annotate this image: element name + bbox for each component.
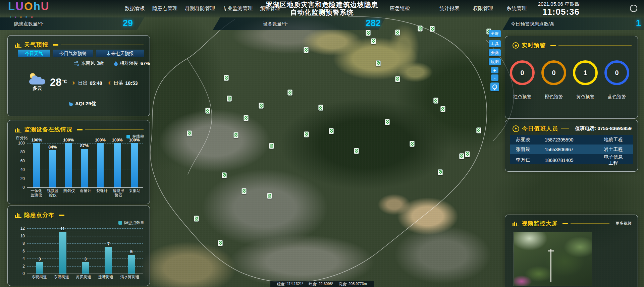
humidity-label: 相对湿度 [120,60,139,66]
chart-bar-column: 100% [95,138,106,187]
map-device-marker[interactable] [304,131,309,137]
sunrise-time: 05:48 [90,80,102,86]
map-device-marker[interactable] [354,148,359,154]
map-device-marker[interactable] [222,172,227,178]
map-device-marker[interactable] [395,76,400,82]
map-device-marker[interactable] [287,90,292,96]
bar-value-label: 7 [107,242,110,246]
zoom-in-button[interactable]: + [491,67,498,73]
map-device-marker[interactable] [187,130,192,136]
bar-value-label: 5 [130,249,132,254]
map-device-marker[interactable] [459,153,464,159]
device-count-label: 设备数量/个 [263,21,288,27]
locate-button[interactable] [490,82,499,91]
map-tool-button-2[interactable]: 工具 [489,40,501,47]
hazard-count-value: 29 [123,18,133,28]
header-accent-line [558,45,632,46]
map-device-marker[interactable] [194,216,199,222]
dashboard-root: LUOhU luohu 数据看板隐患点管理群测群防管理专业监测管理预警管理 罗湖… [0,0,644,287]
x-axis-label: 一体化监测仪 [31,189,42,197]
map-device-marker[interactable] [233,132,238,138]
map-device-marker[interactable] [218,240,223,246]
hazard-chart-legend: 隐患点数量 [118,220,144,226]
chart-bars: 311375 [28,225,143,274]
map-device-marker[interactable] [465,151,470,157]
map-device-marker[interactable] [318,105,323,111]
nav-item[interactable]: 数据看板 [125,5,145,12]
marker-device-glyph [460,154,463,158]
latitude-readout: 纬度:22.6098° [309,282,333,287]
map-device-marker[interactable] [269,143,274,149]
sunset-info: ☀ 日落 18:53 [107,80,138,86]
marker-device-glyph [225,76,228,80]
nav-item[interactable]: 权限管理 [473,5,493,12]
device-count-value: 282 [366,18,381,28]
map-device-marker[interactable] [267,193,272,199]
map-device-marker[interactable] [376,60,381,66]
nav-item[interactable]: 系统管理 [506,5,527,12]
map-device-marker[interactable] [224,75,229,81]
map-tool-button-4[interactable]: 底图 [489,58,501,65]
current-time: 11:05:36 [538,7,580,16]
map-device-marker[interactable] [371,38,376,44]
map-device-marker[interactable] [241,188,247,194]
chart-bar [65,143,72,187]
chart-bar [36,262,43,274]
weather-tab[interactable]: 今日气象预警 [53,50,93,57]
map-device-marker[interactable] [244,115,249,121]
duty-personnel-panel: 今日值班人员 值班电话: 0755-83695859 苏亚凌1587239559… [505,120,638,172]
datetime-display: 2021.05.06 星期四 11:05:36 [538,1,580,16]
map-device-marker[interactable] [205,108,210,114]
chart-bar-column: 100% [112,138,123,187]
map-device-marker[interactable] [476,127,481,133]
header-accent-dash [77,129,83,130]
bar-value-label: 87% [80,144,89,148]
hazard-distribution-panel: 隐患点分布 隐患点数量 024681012311375东晓街道东湖街道黄贝街道莲… [7,206,150,286]
nav-item[interactable]: 应急巡检 [390,5,410,12]
zoom-out-button[interactable]: - [491,74,498,81]
bar-value-label: 100% [112,138,123,142]
map-device-marker[interactable] [304,47,309,53]
nav-item[interactable]: 统计报表 [439,5,460,12]
logo-letter: O [24,0,34,12]
warning-ring: 0 [541,60,566,85]
marker-device-glyph [260,104,263,108]
map-device-marker[interactable] [329,128,334,134]
chart-bar-column: 84% [48,145,57,187]
duty-phone-cell: 15653806967 [545,147,602,152]
weather-tab[interactable]: 未来七天预报 [96,50,144,57]
nav-item[interactable]: 隐患点管理 [152,5,177,12]
chart-bar [81,149,88,187]
duty-phone-label: 值班电话: [575,126,596,131]
header-accent-line [571,223,609,224]
warning-ring: 0 [510,60,535,85]
panel-chart-icon [513,221,519,226]
user-circle-icon[interactable] [630,5,637,12]
map-tool-button-1[interactable]: 全屏 [489,30,501,37]
altitude-readout: 高度:205.9773m [339,282,367,287]
more-videos-link[interactable]: 更多视频 [615,221,632,226]
bar-value-label: 11 [60,227,65,231]
map-device-marker[interactable] [430,26,435,32]
map-tool-button-3[interactable]: 会商 [489,49,501,56]
nav-item[interactable]: 专业监测管理 [222,5,253,12]
map-device-marker[interactable] [440,106,445,112]
header-accent-dash [562,223,568,224]
logo-letter: U [41,0,50,12]
map-device-marker[interactable] [385,119,390,125]
map-device-marker[interactable] [433,98,438,104]
map-device-marker[interactable] [395,30,400,36]
cloudy-icon [28,73,47,84]
map-device-marker[interactable] [418,25,423,32]
weather-tab[interactable]: 今日天气 [18,50,50,57]
duty-major-cell: 地质工程 [602,137,633,143]
map-device-marker[interactable] [438,169,443,175]
map-device-marker[interactable] [259,103,264,109]
map-device-marker[interactable] [227,96,232,102]
video-thumbnail[interactable] [514,232,592,286]
map-device-marker[interactable] [410,141,415,147]
nav-item[interactable]: 群测群防管理 [185,5,215,12]
map-device-marker[interactable] [366,30,371,36]
chart-bar-column: 87% [80,144,89,187]
bar-value-label: 3 [84,257,87,262]
